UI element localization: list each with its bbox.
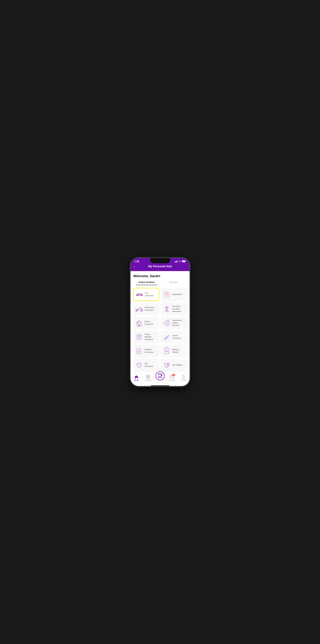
svg-rect-1 <box>175 261 176 262</box>
product-medical-insurance[interactable]: MedicalInsurance <box>133 345 159 357</box>
product-maxim-dna[interactable]: MaximDNA <box>161 288 187 301</box>
vouchers-nav-label: Vouchers <box>168 379 175 381</box>
tab-active-product[interactable]: Active Product <box>133 281 160 285</box>
phone-frame: 1:30 97 <box>130 258 190 386</box>
personal-accident-icon <box>163 305 171 313</box>
home-nav-label: Home <box>134 379 139 381</box>
svg-point-12 <box>164 292 170 297</box>
medical-takaful-icon <box>163 347 171 355</box>
svg-rect-0 <box>175 262 175 262</box>
product-personal-accident[interactable]: PersonalAccidentInsurance <box>161 303 187 315</box>
nav-products[interactable]: Products <box>142 375 154 381</box>
profile-nav-icon <box>182 375 186 379</box>
product-travel-insurance[interactable]: TravelInsurance <box>161 331 187 343</box>
investment-label: InvestmentLinkedProduct <box>172 319 182 327</box>
header-title: My Personal Hub <box>148 265 172 268</box>
car-insurance-icon <box>136 290 143 298</box>
wifi-icon <box>178 260 181 262</box>
svg-rect-38 <box>148 375 150 376</box>
home-indicator <box>151 386 169 386</box>
svg-rect-37 <box>146 375 148 376</box>
svg-point-28 <box>136 335 138 337</box>
svg-point-36 <box>167 364 169 366</box>
svg-line-20 <box>165 310 166 312</box>
status-bar: 1:30 97 <box>131 258 190 264</box>
signal-icon <box>175 260 177 262</box>
svg-text:VCH: VCH <box>171 376 173 378</box>
svg-text:97: 97 <box>183 261 184 262</box>
life-takaful-icon <box>163 361 171 369</box>
svg-point-46 <box>183 376 184 377</box>
svg-rect-5 <box>185 261 186 262</box>
vouchers-badge: 20 <box>172 374 175 376</box>
wallet-nav-label: Wallet <box>158 377 162 378</box>
product-motorcycle-insurance[interactable]: MotorcycleInsurance <box>133 303 159 315</box>
main-content: Welcome, Sarah! Active Product Services <box>131 271 190 374</box>
svg-point-29 <box>140 335 142 337</box>
product-car-insurance[interactable]: CarInsurance <box>133 288 159 301</box>
welcome-message: Welcome, Sarah! <box>133 274 187 278</box>
nav-vouchers[interactable]: VCH 20 Vouchers <box>166 375 178 381</box>
products-grid: CarInsurance MaximDNA <box>133 288 187 374</box>
tab-services[interactable]: Services <box>160 281 187 285</box>
travel-icon <box>163 333 171 341</box>
svg-text:RM: RM <box>166 322 168 324</box>
wallet-fab-icon <box>158 373 162 377</box>
profile-nav-label: Profile <box>181 379 186 381</box>
product-life-takaful[interactable]: Life Takaful <box>161 359 187 371</box>
nav-home[interactable]: Home <box>131 375 142 381</box>
tabs-container: Active Product Services <box>133 281 187 285</box>
maxim-dna-label: MaximDNA <box>172 293 182 296</box>
header: ‹ My Personal Hub <box>131 264 190 271</box>
svg-rect-2 <box>176 261 177 262</box>
medical-insurance-label: MedicalInsurance <box>145 348 153 354</box>
vouchers-badge-container: VCH 20 <box>170 375 174 379</box>
status-time: 1:30 <box>134 260 139 263</box>
screen: 1:30 97 <box>131 258 190 386</box>
car-insurance-label: CarInsurance <box>145 292 154 297</box>
product-home-insurance[interactable]: HomeInsurance <box>133 317 159 329</box>
travel-insurance-label: TravelInsurance <box>172 334 181 340</box>
products-nav-label: Products <box>145 379 151 381</box>
home-nav-icon <box>134 375 138 379</box>
battery-svg: 97 <box>182 260 186 262</box>
medical-takaful-label: MedicalTakaful <box>172 348 179 354</box>
group-medical-label: GroupMedicalInsurance <box>145 333 153 341</box>
group-medical-icon <box>135 333 143 341</box>
products-nav-icon <box>146 375 150 379</box>
home-insurance-label: HomeInsurance <box>145 320 153 326</box>
svg-point-11 <box>141 295 141 296</box>
life-insurance-label: LifeInsurance <box>145 362 153 368</box>
svg-rect-39 <box>146 377 148 378</box>
bottom-nav: Home Products <box>131 374 190 385</box>
product-investment[interactable]: RM InvestmentLinkedProduct <box>161 317 187 329</box>
life-insurance-icon <box>135 361 143 369</box>
svg-rect-40 <box>148 377 150 378</box>
svg-rect-3 <box>177 260 177 262</box>
medical-insurance-icon <box>135 347 143 355</box>
svg-point-43 <box>161 375 161 376</box>
product-medical-takaful[interactable]: MedicalTakaful <box>161 345 187 357</box>
product-group-medical[interactable]: GroupMedicalInsurance <box>133 331 159 343</box>
investment-icon: RM <box>163 319 171 327</box>
svg-line-21 <box>167 310 168 312</box>
home-insurance-icon <box>135 319 143 327</box>
motorcycle-insurance-label: MotorcycleInsurance <box>145 306 154 312</box>
battery-icon: 97 <box>182 260 186 263</box>
nav-profile[interactable]: Profile <box>178 375 189 381</box>
status-icons: 97 <box>175 260 186 263</box>
maxim-dna-icon <box>163 290 171 298</box>
svg-rect-23 <box>138 324 140 326</box>
motorcycle-icon <box>135 305 143 313</box>
svg-point-35 <box>166 351 167 352</box>
product-life-insurance[interactable]: LifeInsurance <box>133 359 159 371</box>
personal-accident-label: PersonalAccidentInsurance <box>172 305 181 313</box>
svg-point-27 <box>138 334 140 336</box>
life-takaful-label: Life Takaful <box>172 364 182 366</box>
back-button[interactable]: ‹ <box>134 264 135 268</box>
nav-wallet[interactable]: Wallet <box>154 376 166 380</box>
wallet-fab[interactable]: Wallet <box>155 371 165 380</box>
svg-point-9 <box>137 295 138 296</box>
